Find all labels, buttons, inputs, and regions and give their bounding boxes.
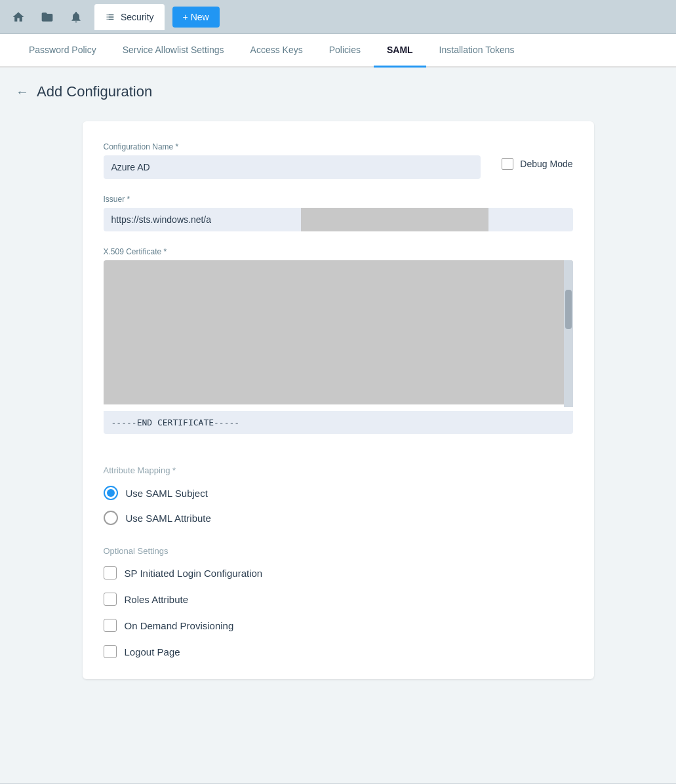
back-button[interactable]: ← — [16, 85, 29, 100]
cert-scrollbar-track[interactable] — [564, 260, 573, 407]
active-tab-label: Security — [121, 12, 154, 22]
nav-tabs: Password Policy Service Allowlist Settin… — [0, 34, 676, 68]
radio-use-saml-subject[interactable]: Use SAML Subject — [104, 486, 573, 500]
radio-saml-attribute-label: Use SAML Attribute — [126, 513, 211, 524]
main-content: ← Add Configuration Configuration Name *… — [0, 68, 676, 783]
checkbox-sp-initiated-box[interactable] — [104, 566, 117, 579]
cert-scrollbar-handle[interactable] — [565, 290, 572, 329]
checkbox-roles-attribute[interactable]: Roles Attribute — [104, 593, 573, 606]
cert-textarea[interactable] — [104, 260, 573, 404]
checkbox-logout-page-box[interactable] — [104, 645, 117, 658]
attribute-mapping-label: Attribute Mapping * — [104, 465, 573, 475]
divider — [104, 450, 573, 465]
radio-saml-subject-label: Use SAML Subject — [126, 488, 208, 499]
active-tab[interactable]: Security — [94, 4, 165, 30]
checkbox-on-demand[interactable]: On Demand Provisioning — [104, 619, 573, 632]
checkbox-roles-attribute-box[interactable] — [104, 593, 117, 606]
issuer-label: Issuer * — [104, 195, 573, 204]
radio-saml-subject-outer[interactable] — [104, 486, 118, 500]
checkbox-logout-page[interactable]: Logout Page — [104, 645, 573, 658]
debug-mode-container: Debug Mode — [502, 142, 572, 170]
bell-icon[interactable] — [63, 4, 89, 30]
debug-mode-label: Debug Mode — [520, 159, 572, 169]
tab-access-keys[interactable]: Access Keys — [237, 34, 316, 68]
home-icon[interactable] — [5, 4, 31, 30]
optional-settings-label: Optional Settings — [104, 546, 573, 556]
top-bar: Security + New — [0, 0, 676, 34]
page-header: ← Add Configuration — [16, 83, 660, 100]
config-name-input[interactable] — [104, 155, 481, 179]
checkbox-roles-attribute-label: Roles Attribute — [125, 594, 189, 605]
checkbox-logout-page-label: Logout Page — [125, 646, 180, 657]
checkbox-sp-initiated-label: SP Initiated Login Configuration — [125, 568, 263, 579]
issuer-group: Issuer * — [104, 195, 573, 231]
page-title: Add Configuration — [37, 83, 152, 100]
issuer-input[interactable] — [104, 208, 573, 231]
tab-installation-tokens[interactable]: Installation Tokens — [426, 34, 528, 68]
form-card: Configuration Name * Debug Mode Issuer *… — [83, 121, 594, 679]
radio-group: Use SAML Subject Use SAML Attribute — [104, 486, 573, 525]
checkbox-on-demand-label: On Demand Provisioning — [125, 620, 234, 631]
tab-service-allowlist[interactable]: Service Allowlist Settings — [109, 34, 237, 68]
cert-footer: -----END CERTIFICATE----- — [104, 411, 573, 434]
radio-saml-attribute-outer[interactable] — [104, 511, 118, 525]
attribute-mapping-section: Attribute Mapping * Use SAML Subject Use… — [104, 465, 573, 525]
tab-saml[interactable]: SAML — [374, 34, 426, 68]
checkbox-group: SP Initiated Login Configuration Roles A… — [104, 566, 573, 658]
checkbox-sp-initiated[interactable]: SP Initiated Login Configuration — [104, 566, 573, 579]
config-name-group: Configuration Name * — [104, 142, 481, 179]
cert-label: X.509 Certificate * — [104, 247, 573, 256]
folder-icon[interactable] — [34, 4, 60, 30]
tab-password-policy[interactable]: Password Policy — [16, 34, 109, 68]
cert-footer-text: -----END CERTIFICATE----- — [111, 418, 240, 427]
cert-wrapper — [104, 260, 573, 407]
debug-mode-checkbox[interactable] — [502, 158, 513, 170]
config-name-row: Configuration Name * Debug Mode — [104, 142, 573, 179]
radio-saml-subject-inner — [107, 489, 115, 497]
new-button[interactable]: + New — [172, 7, 220, 28]
cert-group: X.509 Certificate * -----END CERTIFICATE… — [104, 247, 573, 434]
radio-use-saml-attribute[interactable]: Use SAML Attribute — [104, 511, 573, 525]
optional-settings-section: Optional Settings SP Initiated Login Con… — [104, 546, 573, 658]
config-name-label: Configuration Name * — [104, 142, 481, 151]
tab-policies[interactable]: Policies — [316, 34, 374, 68]
new-button-label: + New — [183, 12, 209, 22]
checkbox-on-demand-box[interactable] — [104, 619, 117, 632]
